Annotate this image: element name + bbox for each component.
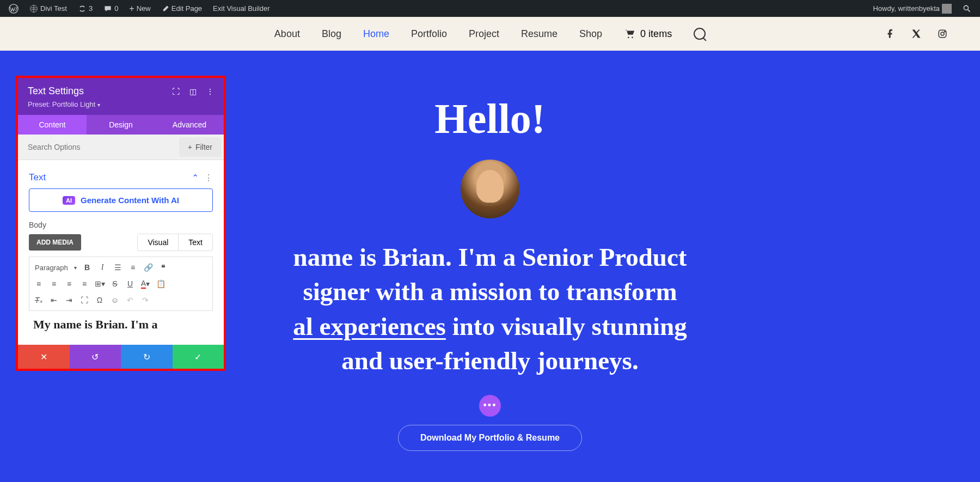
ai-badge-icon: AI	[63, 196, 75, 205]
social-icons	[885, 29, 947, 39]
panel-title: Text Settings	[28, 86, 84, 97]
panel-tabs: Content Design Advanced	[18, 115, 224, 135]
editor-mode-tabs: Visual Text	[137, 234, 213, 251]
omega-icon[interactable]: Ω	[93, 293, 107, 307]
text-color-icon[interactable]: A▾	[138, 277, 152, 291]
tab-content[interactable]: Content	[18, 115, 87, 135]
undo-icon[interactable]: ↶	[123, 293, 137, 307]
table-icon[interactable]: ⊞▾	[93, 277, 107, 291]
download-button[interactable]: Download My Portfolio & Resume	[398, 425, 582, 451]
wp-logo[interactable]	[5, 4, 22, 14]
hero-avatar	[461, 160, 519, 218]
outdent-icon[interactable]: ⇤	[47, 293, 61, 307]
text-section: Text ⌃ ⋮ AI Generate Content With AI Bod…	[18, 160, 224, 345]
search-row: +Filter	[18, 135, 224, 160]
editor-body[interactable]: My name is Brian. I'm a	[29, 311, 213, 338]
user-avatar-icon	[942, 4, 952, 14]
howdy-text: Howdy, writtenbyekta	[873, 4, 940, 13]
svg-point-5	[944, 31, 945, 32]
svg-point-2	[964, 5, 968, 10]
nav-resume[interactable]: Resume	[521, 28, 558, 40]
nav-shop[interactable]: Shop	[579, 28, 602, 40]
admin-search-icon[interactable]	[959, 4, 975, 13]
cart-link[interactable]: 0 items	[624, 28, 672, 40]
body-label: Body	[29, 221, 213, 229]
quote-icon[interactable]: ❝	[156, 260, 170, 274]
search-input[interactable]	[18, 135, 176, 160]
expand-icon[interactable]: ⛶	[172, 87, 180, 96]
text-tab[interactable]: Text	[179, 234, 212, 251]
paragraph-select[interactable]: Paragraph	[32, 262, 79, 273]
tab-design[interactable]: Design	[87, 115, 155, 135]
paste-icon[interactable]: 📋	[154, 277, 168, 291]
cart-icon	[624, 29, 636, 39]
snap-icon[interactable]: ◫	[189, 87, 197, 96]
tab-advanced[interactable]: Advanced	[155, 115, 224, 135]
module-options-button[interactable]: •••	[479, 395, 501, 417]
nav-project[interactable]: Project	[469, 28, 499, 40]
panel-header-icons: ⛶ ◫ ⋮	[172, 87, 214, 96]
edit-page-link[interactable]: Edit Page	[158, 4, 205, 13]
more-icon[interactable]: ⋮	[206, 87, 214, 96]
align-right-icon[interactable]: ≡	[62, 277, 76, 291]
nav-about[interactable]: About	[274, 28, 300, 40]
main-nav: About Blog Home Portfolio Project Resume…	[274, 28, 706, 40]
x-twitter-icon[interactable]	[911, 29, 921, 39]
panel-header: Text Settings ⛶ ◫ ⋮ Preset: Portfolio Li…	[18, 78, 224, 115]
admin-bar-right: Howdy, writtenbyekta	[869, 4, 975, 14]
panel-footer: ✕ ↺ ↻ ✓	[18, 345, 224, 369]
nav-home[interactable]: Home	[363, 28, 389, 40]
exit-builder-link[interactable]: Exit Visual Builder	[210, 4, 273, 13]
edit-page-text: Edit Page	[171, 4, 202, 13]
undo-button[interactable]: ↺	[70, 345, 121, 369]
cart-count: 0 items	[640, 28, 672, 40]
bold-icon[interactable]: B	[80, 260, 94, 274]
new-link[interactable]: + New	[126, 4, 154, 14]
add-media-button[interactable]: ADD MEDIA	[29, 234, 81, 251]
nav-blog[interactable]: Blog	[322, 28, 341, 40]
cancel-button[interactable]: ✕	[18, 345, 70, 369]
updates-link[interactable]: 3	[75, 4, 96, 13]
fullscreen-icon[interactable]: ⛶	[77, 293, 91, 307]
text-settings-panel: Text Settings ⛶ ◫ ⋮ Preset: Portfolio Li…	[16, 76, 226, 371]
site-name-link[interactable]: Divi Test	[26, 4, 70, 13]
align-justify-icon[interactable]: ≡	[77, 277, 91, 291]
site-header: About Blog Home Portfolio Project Resume…	[0, 17, 980, 51]
instagram-icon[interactable]	[938, 29, 947, 39]
preset-selector[interactable]: Preset: Portfolio Light ▾	[28, 100, 214, 108]
nav-search-icon[interactable]	[694, 28, 706, 40]
collapse-icon[interactable]: ⌃	[192, 173, 199, 183]
editor-toolbar: Paragraph B I ☰ ≡ 🔗 ❝ ≡ ≡ ≡ ≡ ⊞▾ S U A▾ …	[29, 257, 213, 311]
generate-ai-button[interactable]: AI Generate Content With AI	[29, 188, 213, 212]
new-text: New	[137, 4, 151, 13]
comments-count: 0	[114, 4, 118, 13]
howdy-link[interactable]: Howdy, writtenbyekta	[869, 4, 955, 14]
strikethrough-icon[interactable]: S	[108, 277, 122, 291]
updates-count: 3	[89, 4, 93, 13]
indent-icon[interactable]: ⇥	[62, 293, 76, 307]
visual-tab[interactable]: Visual	[138, 234, 179, 251]
section-title: Text	[29, 172, 46, 183]
hero-headline: name is Brian. I'm a Senior Product sign…	[191, 240, 789, 379]
italic-icon[interactable]: I	[95, 260, 109, 274]
svg-point-4	[941, 32, 944, 35]
ul-icon[interactable]: ☰	[111, 260, 125, 274]
wp-admin-bar: Divi Test 3 0 + New Edit Page Exit Visua…	[0, 0, 980, 17]
ol-icon[interactable]: ≡	[126, 260, 140, 274]
underline-icon[interactable]: U	[123, 277, 137, 291]
align-center-icon[interactable]: ≡	[47, 277, 61, 291]
save-button[interactable]: ✓	[173, 345, 224, 369]
facebook-icon[interactable]	[885, 29, 895, 39]
emoji-icon[interactable]: ☺	[108, 293, 122, 307]
redo-icon[interactable]: ↷	[138, 293, 152, 307]
align-left-icon[interactable]: ≡	[32, 277, 46, 291]
filter-button[interactable]: +Filter	[179, 137, 221, 157]
link-icon[interactable]: 🔗	[141, 260, 155, 274]
redo-button[interactable]: ↻	[121, 345, 173, 369]
clear-format-icon[interactable]: Tₓ	[32, 293, 46, 307]
exit-builder-text: Exit Visual Builder	[213, 4, 270, 13]
section-more-icon[interactable]: ⋮	[204, 173, 213, 183]
nav-portfolio[interactable]: Portfolio	[411, 28, 447, 40]
site-name-text: Divi Test	[40, 4, 67, 13]
comments-link[interactable]: 0	[100, 4, 121, 13]
